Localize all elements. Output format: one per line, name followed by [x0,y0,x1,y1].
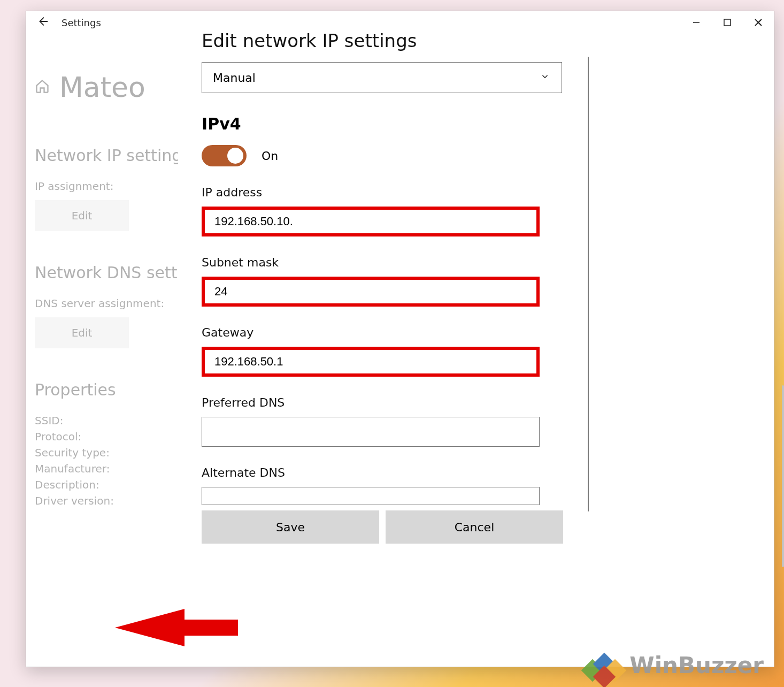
ip-address-label: IP address [202,186,571,199]
svg-marker-1 [115,609,238,646]
maximize-icon[interactable] [712,11,743,34]
alt-dns-field-block: Alternate DNS [202,466,571,505]
app-title: Settings [62,17,101,28]
subnet-label: Subnet mask [202,256,571,269]
ipv4-heading: IPv4 [202,114,571,133]
winbuzzer-logo-icon [581,646,624,684]
gateway-field-block: Gateway [202,326,571,377]
home-icon [35,79,50,96]
subnet-input[interactable] [202,277,540,307]
back-icon[interactable] [37,16,49,29]
ip-address-input[interactable] [202,207,540,236]
pref-dns-input[interactable] [202,417,540,447]
subnet-field-block: Subnet mask [202,256,571,307]
pref-dns-label: Preferred DNS [202,396,571,409]
pref-dns-field-block: Preferred DNS [202,396,571,447]
close-icon[interactable] [743,11,774,34]
gateway-label: Gateway [202,326,571,339]
alt-dns-label: Alternate DNS [202,466,571,479]
settings-window: Settings Mateo Network IP settings IP as… [26,11,774,667]
minimize-icon[interactable] [681,11,712,34]
gateway-input[interactable] [202,347,540,377]
ip-address-field-block: IP address [202,186,571,236]
watermark: WinBuzzer [581,646,764,684]
dialog-title: Edit network IP settings [202,30,571,51]
edit-button-ip[interactable]: Edit [35,200,129,231]
chevron-down-icon [540,72,550,83]
ip-mode-select[interactable]: Manual [202,62,562,93]
alt-dns-input[interactable] [202,487,540,505]
edit-ip-dialog: Edit network IP settings Manual IPv4 On … [178,12,594,666]
ip-mode-value: Manual [213,71,256,85]
edit-button-dns[interactable]: Edit [35,317,129,348]
svg-rect-0 [724,19,731,26]
dialog-scrollbar[interactable] [588,57,589,512]
watermark-text: WinBuzzer [629,652,764,678]
save-button[interactable]: Save [202,510,379,544]
ipv4-toggle-label: On [262,149,278,163]
scrollbar[interactable] [782,385,784,567]
cancel-button[interactable]: Cancel [386,510,563,544]
user-name: Mateo [59,71,145,103]
ipv4-toggle[interactable] [202,145,247,166]
annotation-arrow [115,604,238,654]
